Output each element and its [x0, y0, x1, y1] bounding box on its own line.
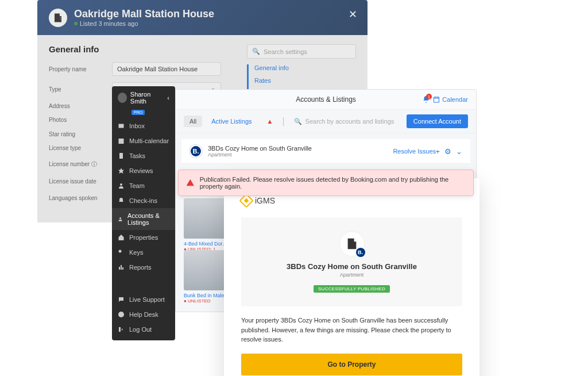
- property-name-input[interactable]: Oakridge Mall Station House: [112, 62, 221, 76]
- sidebar-item-accounts[interactable]: Accounts & Listings: [112, 208, 175, 230]
- modal-title: Oakridge Mall Station House: [74, 8, 214, 20]
- logout-icon: [118, 326, 125, 333]
- sidebar-item-reviews[interactable]: Reviews: [112, 163, 175, 178]
- field-label: Address: [49, 103, 112, 109]
- modal-header: Oakridge Mall Station House Listed 3 min…: [37, 0, 368, 35]
- sidebar-item-team[interactable]: Team: [112, 178, 175, 193]
- email-body: Your property 3BDs Cozy Home on South Gr…: [241, 316, 462, 344]
- chevron-down-icon[interactable]: ⌄: [456, 147, 462, 156]
- section-title: General info: [49, 44, 230, 54]
- bell-icon: [118, 197, 125, 204]
- building-icon: [49, 9, 67, 27]
- sidebar-item-logout[interactable]: Log Out: [112, 322, 175, 337]
- nav-rates[interactable]: Rates: [247, 77, 356, 84]
- email-property-type: Apartment: [255, 272, 448, 278]
- filter-active[interactable]: Active Listings: [206, 116, 257, 127]
- property-card: B. 3BDs Cozy Home on South Granville Apa…: [241, 217, 462, 306]
- sidebar-item-help[interactable]: Help Desk: [112, 307, 175, 322]
- sidebar-user[interactable]: Sharon Smith‹: [112, 86, 175, 108]
- warning-icon: [187, 179, 194, 187]
- star-icon: [118, 167, 125, 174]
- add-icon[interactable]: +: [435, 147, 440, 156]
- chart-icon: [118, 264, 125, 271]
- field-label: License number ⓘ: [49, 160, 112, 168]
- close-icon[interactable]: ✕: [349, 8, 357, 21]
- field-label: Languages spoken: [49, 195, 112, 201]
- sidebar-item-keys[interactable]: Keys: [112, 245, 175, 260]
- search-settings-input[interactable]: 🔍Search settings: [247, 44, 356, 59]
- nav-general[interactable]: General info: [254, 64, 356, 71]
- svg-point-0: [120, 183, 122, 186]
- svg-point-1: [119, 217, 121, 219]
- field-label: Star rating: [49, 131, 112, 137]
- svg-point-3: [118, 312, 124, 317]
- team-icon: [118, 182, 125, 189]
- chat-icon: [118, 296, 125, 303]
- thumb-image: [184, 198, 230, 239]
- search-icon: 🔍: [252, 48, 260, 55]
- booking-icon: B.: [356, 248, 365, 257]
- field-label: Type: [49, 86, 112, 93]
- modal-subtitle: Listed 3 minutes ago: [74, 20, 214, 27]
- listing-type: Apartment: [208, 152, 312, 158]
- listings-filter-bar: All Active Listings ▲ | 🔍Search by accou…: [176, 110, 476, 133]
- key-icon: [118, 249, 125, 256]
- sidebar-item-inbox[interactable]: Inbox: [112, 118, 175, 133]
- booking-icon: B.: [189, 145, 202, 158]
- help-icon: [118, 311, 125, 318]
- calendar-link[interactable]: Calendar: [433, 96, 468, 103]
- go-to-property-button[interactable]: Go to Property: [241, 354, 462, 375]
- sidebar-item-support[interactable]: Live Support: [112, 292, 175, 307]
- field-label: License issue date: [49, 178, 112, 185]
- listing-name: 3BDs Cozy Home on South Granville: [208, 145, 312, 152]
- user-icon: [118, 216, 123, 222]
- thumb-image: [184, 250, 230, 290]
- field-label: License type: [49, 145, 112, 151]
- sidebar-item-reports[interactable]: Reports: [112, 260, 175, 275]
- email-property-name: 3BDs Cozy Home on South Granville: [255, 262, 448, 271]
- calendar-icon: [433, 96, 440, 103]
- gear-icon[interactable]: ⚙: [444, 147, 451, 156]
- search-icon: 🔍: [294, 118, 302, 125]
- listings-search-input[interactable]: 🔍Search by accounts and listings: [288, 118, 403, 125]
- notification-badge: 1: [426, 94, 432, 99]
- error-alert: Publication Failed. Please resolve issue…: [178, 170, 474, 196]
- notifications-button[interactable]: 1: [422, 95, 430, 103]
- sidebar-item-tasks[interactable]: Tasks: [112, 148, 175, 163]
- listings-header: Accounts & Listings 1 Calendar: [176, 90, 476, 110]
- filter-all[interactable]: All: [184, 116, 202, 127]
- building-icon: [346, 237, 358, 250]
- field-label: Photos: [49, 117, 112, 123]
- listing-row[interactable]: B. 3BDs Cozy Home on South Granville Apa…: [181, 139, 470, 164]
- field-label: Property name: [49, 66, 112, 72]
- pro-badge: PRO: [131, 110, 145, 115]
- resolve-issues-link[interactable]: Resolve Issues: [393, 148, 436, 155]
- sidebar-item-multicalendar[interactable]: Multi-calendar: [112, 133, 175, 148]
- avatar: [118, 93, 127, 103]
- home-icon: [118, 234, 125, 241]
- sidebar: Sharon Smith‹ PRO Inbox Multi-calendar T…: [112, 86, 175, 340]
- alert-text: Publication Failed. Please resolve issue…: [200, 176, 465, 190]
- email-panel: iGMS B. 3BDs Cozy Home on South Granvill…: [224, 178, 479, 376]
- igms-brand: iGMS: [241, 195, 462, 206]
- connect-account-button[interactable]: Connect Account: [407, 114, 468, 128]
- chevron-left-icon[interactable]: ‹: [167, 94, 169, 101]
- calendar-icon: [118, 137, 125, 144]
- status-badge: SUCCESSFULLY PUBLISHED: [314, 285, 390, 293]
- inbox-icon: [118, 122, 125, 129]
- svg-point-2: [119, 250, 122, 253]
- filter-warning-icon[interactable]: ▲: [261, 116, 279, 127]
- clipboard-icon: [118, 152, 125, 159]
- sidebar-item-properties[interactable]: Properties: [112, 230, 175, 245]
- page-title: Accounts & Listings: [296, 95, 356, 103]
- sidebar-item-checkins[interactable]: Check-ins: [112, 193, 175, 208]
- property-avatar: B.: [339, 231, 365, 256]
- listing-thumb[interactable]: Bunk Bed in Male Do…● UNLISTED: [184, 250, 230, 304]
- status-dot-icon: [74, 22, 78, 25]
